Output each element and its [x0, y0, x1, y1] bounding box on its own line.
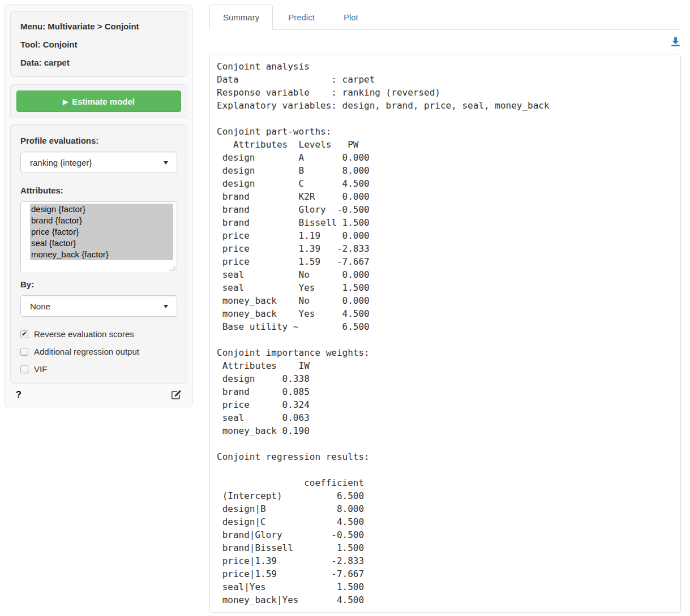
download-icon[interactable] [671, 37, 680, 50]
menu-breadcrumb: Menu: Multivariate > Conjoint [20, 21, 177, 31]
tool-name: Tool: Conjoint [20, 40, 177, 49]
tab-predict[interactable]: Predict [275, 5, 328, 30]
context-info-panel: Menu: Multivariate > Conjoint Tool: Conj… [10, 11, 187, 77]
additional-regression-output-row: Additional regression output [20, 347, 177, 356]
reverse-evaluation-scores-checkbox[interactable] [20, 330, 28, 338]
tab-bar: Summary Predict Plot [209, 5, 681, 30]
additional-regression-output-checkbox[interactable] [20, 348, 28, 356]
reverse-evaluation-scores-label: Reverse evaluation scores [34, 329, 134, 339]
profile-evaluations-label: Profile evaluations: [20, 136, 177, 145]
sidebar: Menu: Multivariate > Conjoint Tool: Conj… [5, 5, 193, 407]
reverse-evaluation-scores-row: Reverse evaluation scores [20, 329, 177, 339]
estimate-panel: ▶Estimate model [10, 84, 187, 118]
attributes-option-design[interactable]: design {factor} [30, 204, 173, 215]
chevron-down-icon [164, 161, 168, 165]
summary-output-box: Conjoint analysis Data : carpet Response… [209, 54, 681, 613]
attributes-option-price[interactable]: price {factor} [30, 226, 173, 238]
estimate-model-label: Estimate model [72, 97, 135, 106]
attributes-option-money-back[interactable]: money_back {factor} [30, 249, 173, 260]
vif-checkbox[interactable] [20, 365, 28, 373]
conjoint-summary-text: Conjoint analysis Data : carpet Response… [217, 60, 674, 606]
attributes-label: Attributes: [20, 186, 177, 195]
vif-row: VIF [20, 364, 177, 374]
main-panel: Summary Predict Plot Conjoint analysis D… [209, 5, 681, 613]
sidebar-footer: ? [10, 384, 187, 400]
vif-label: VIF [34, 364, 47, 374]
by-select[interactable]: None [20, 295, 177, 317]
report-edit-icon[interactable] [171, 389, 182, 400]
attributes-option-seal[interactable]: seal {factor} [30, 238, 173, 249]
radiant-app: Menu: Multivariate > Conjoint Tool: Conj… [0, 0, 690, 613]
play-icon: ▶ [63, 98, 68, 106]
profile-evaluations-select[interactable]: ranking {integer} [20, 152, 177, 173]
tab-plot[interactable]: Plot [330, 5, 372, 30]
profile-evaluations-value: ranking {integer} [30, 158, 92, 167]
tab-summary[interactable]: Summary [209, 5, 273, 30]
attributes-multiselect[interactable]: design {factor} brand {factor} price {fa… [20, 201, 177, 273]
by-value: None [30, 301, 50, 311]
dataset-name: Data: carpet [20, 58, 177, 67]
help-icon[interactable]: ? [16, 390, 22, 400]
model-form-panel: Profile evaluations: ranking {integer} A… [10, 124, 187, 384]
output-toolbar [209, 30, 681, 54]
resize-handle-icon[interactable] [170, 266, 175, 272]
attributes-option-brand[interactable]: brand {factor} [30, 215, 173, 226]
chevron-down-icon [164, 305, 168, 308]
additional-regression-output-label: Additional regression output [34, 347, 139, 356]
estimate-model-button[interactable]: ▶Estimate model [16, 91, 181, 112]
by-label: By: [20, 279, 177, 289]
